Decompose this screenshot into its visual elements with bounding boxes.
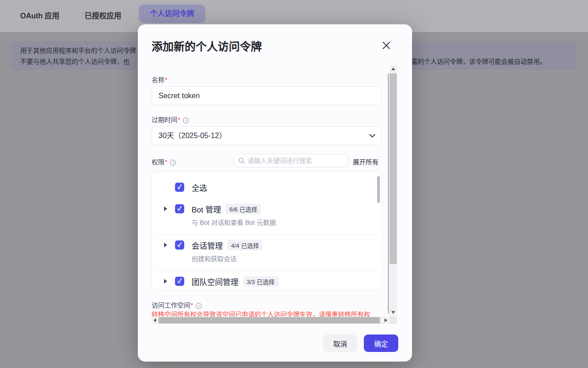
tree-item-label: 全选 [192,182,207,193]
add-token-modal: 添加新的个人访问令牌 名称* 过期时间*i 30天（2025-05-12） [138,24,412,362]
scroll-up-icon[interactable] [391,67,395,70]
permission-tree: ✓ 全选 ✓ Bot 管理6/6 已选择 与 Bot 对话和查看 Bot 元数据… [152,171,382,290]
required-mark: * [178,116,180,123]
conversation-management-checkbox[interactable]: ✓ [175,240,184,250]
tree-item-desc: 与 Bot 对话和查看 Bot 元数据 [192,217,276,227]
selection-count-badge: 6/6 已选择 [226,204,261,214]
cancel-button[interactable]: 取消 [323,335,357,352]
screen: OAuth 应用 已授权应用 个人访问令牌 用于其他应用程序和平台的个人访问令牌… [0,0,588,368]
banner-line-2-right: 露的个人访问令牌，该令牌可能会被自动禁用。 [411,56,546,66]
tree-item-label: 会话管理4/4 已选择 [192,240,263,251]
required-mark: * [165,158,167,166]
workspace-warning: 转移空间所有权会导致该空间已申请的个人访问令牌失效，请慎重转移所有权 [152,310,389,317]
horizontal-scrollbar[interactable] [152,317,389,324]
workspace-management-checkbox[interactable]: ✓ [175,277,184,286]
chevron-down-icon [369,132,376,141]
expiry-select-value: 30天（2025-05-12） [158,127,226,145]
workspace-label: 访问工作空间*i [152,300,202,309]
tree-item-label: 团队空间管理3/3 已选择 [192,276,278,287]
expand-arrow-icon[interactable] [164,206,167,211]
selection-count-badge: 3/3 已选择 [243,276,278,287]
vertical-scrollbar[interactable] [390,65,397,317]
name-input[interactable] [152,86,382,105]
expiry-select[interactable]: 30天（2025-05-12） [152,126,382,145]
bot-management-checkbox[interactable]: ✓ [175,204,184,213]
expiry-label: 过期时间*i [152,115,189,124]
search-icon [238,157,245,164]
name-label: 名称* [152,75,167,84]
permission-search-input[interactable] [248,154,344,167]
body-scrollbar-thumb[interactable] [388,73,389,314]
select-all-checkbox[interactable]: ✓ [175,183,184,192]
modal-title: 添加新的个人访问令牌 [152,38,262,54]
scroll-down-icon[interactable] [391,311,395,314]
scroll-left-icon[interactable] [153,318,156,322]
info-icon: i [183,117,189,123]
info-icon: i [196,303,202,309]
permission-search-box [233,154,348,167]
close-icon[interactable] [380,39,392,51]
banner-line-2: 不要与他人共享您的个人访问令牌，也 [20,56,130,66]
vertical-scrollbar-thumb[interactable] [390,73,397,264]
horizontal-scrollbar-thumb[interactable] [158,317,380,323]
tree-scrollbar-thumb[interactable] [377,176,380,203]
expand-arrow-icon[interactable] [164,243,167,247]
tree-item-desc: 创建和获取会话 [192,254,237,263]
scrollbar-corner [390,317,397,324]
banner-line-1: 用于其他应用程序和平台的个人访问令牌 [20,45,136,55]
tab-authorized-apps[interactable]: 已授权应用 [85,10,121,21]
tab-personal-access-tokens[interactable]: 个人访问令牌 [139,5,205,23]
divider [158,270,377,270]
tab-oauth-apps[interactable]: OAuth 应用 [20,10,59,21]
confirm-button[interactable]: 确定 [364,335,398,352]
selection-count-badge: 4/4 已选择 [227,240,263,251]
tree-item-label: Bot 管理6/6 已选择 [192,203,261,215]
info-icon: i [170,160,176,166]
scroll-right-icon[interactable] [384,318,387,322]
divider [158,234,377,235]
required-mark: * [165,76,167,84]
required-mark: * [191,301,193,309]
expand-arrow-icon[interactable] [164,279,167,284]
expand-all-button[interactable]: 展开所有 [353,157,379,166]
permissions-label: 权限*i [152,157,176,166]
